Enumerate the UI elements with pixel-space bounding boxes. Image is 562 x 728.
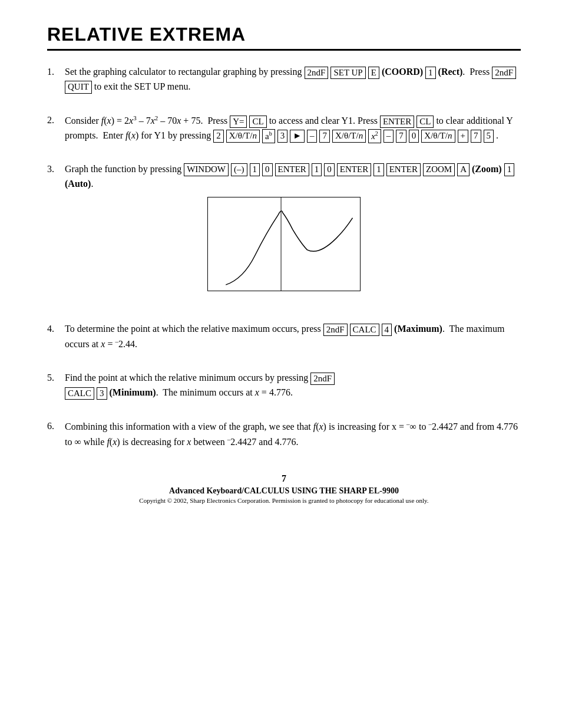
key-1a: 1 (425, 67, 436, 80)
step-1-num: 1. (47, 65, 65, 94)
key-xtheta-1: X/θ/T/n (226, 130, 260, 143)
step-4: 4. To determine the point at which the r… (47, 322, 521, 352)
key-7a: 7 (319, 130, 330, 143)
content: 1. Set the graphing calculator to rectan… (47, 65, 521, 450)
key-a: A (457, 163, 470, 176)
key-1c: 1 (312, 163, 322, 176)
title-underline (47, 49, 521, 51)
key-right-arrow: ► (290, 130, 305, 143)
key-calc-5: CALC (65, 387, 94, 400)
key-xtheta-2: X/θ/T/n (332, 130, 366, 143)
step-4-num: 4. (47, 322, 65, 352)
footer-page: 7 (47, 473, 521, 484)
step-5-num: 5. (47, 371, 65, 400)
key-window: WINDOW (184, 163, 229, 176)
key-quit: QUIT (65, 81, 92, 94)
step-6: 6. Combining this information with a vie… (47, 419, 521, 450)
key-enter-3: ENTER (337, 163, 371, 176)
rect-label: (Rect) (438, 67, 463, 77)
key-3b: 3 (97, 387, 107, 400)
auto-label: (Auto) (65, 179, 91, 189)
key-plus: + (458, 130, 468, 143)
key-neg: (–) (231, 163, 247, 176)
graph-container (47, 197, 521, 291)
footer: 7 Advanced Keyboard/CALCULUS USING THE S… (47, 473, 521, 504)
key-5: 5 (484, 130, 494, 143)
key-4: 4 (382, 324, 392, 337)
key-enter-1: ENTER (380, 116, 414, 129)
key-cl-2: CL (416, 116, 434, 129)
step-6-body: Combining this information with a view o… (65, 419, 521, 450)
key-enter-2: ENTER (275, 163, 309, 176)
key-enter-4: ENTER (386, 163, 421, 176)
key-ab: ab (262, 129, 275, 143)
step-1: 1. Set the graphing calculator to rectan… (47, 65, 521, 94)
key-2ndf-1: 2ndF (305, 67, 329, 80)
key-e: E (368, 67, 379, 80)
key-cl-1: CL (249, 116, 266, 129)
key-xtheta-3: X/θ/T/n (421, 130, 455, 143)
key-minus-2: – (384, 130, 394, 143)
key-0a: 0 (409, 130, 419, 143)
key-yeq: Y= (230, 116, 247, 129)
zoom-label: (Zoom) (472, 164, 502, 174)
key-1e: 1 (504, 163, 515, 176)
key-1d: 1 (373, 163, 384, 176)
key-2ndf-4: 2ndF (323, 324, 348, 337)
key-setup: SET UP (330, 67, 365, 80)
step-4-body: To determine the point at which the rela… (65, 322, 521, 352)
step-1-body: Set the graphing calculator to rectangul… (65, 65, 521, 94)
coord-label: (COORD) (382, 67, 423, 77)
key-calc-4: CALC (350, 324, 379, 337)
maximum-label: (Maximum) (394, 324, 442, 334)
step-6-num: 6. (47, 419, 65, 450)
step-3: 3. Graph the function by pressing WINDOW… (47, 162, 521, 304)
key-7c: 7 (471, 130, 481, 143)
key-1b: 1 (250, 163, 260, 176)
key-2ndf-2: 2ndF (492, 67, 516, 80)
func-name: f (101, 116, 104, 126)
key-0b: 0 (262, 163, 273, 176)
graph-svg (208, 197, 360, 291)
key-x2: x2 (368, 129, 381, 143)
graph-box (207, 197, 361, 291)
key-2: 2 (213, 130, 224, 143)
step-2: 2. Consider f(x) = 2x3 – 7x2 – 70x + 75.… (47, 113, 521, 143)
key-0c: 0 (324, 163, 335, 176)
key-7b: 7 (396, 130, 406, 143)
step-5: 5. Find the point at which the relative … (47, 371, 521, 400)
footer-title: Advanced Keyboard/CALCULUS USING THE SHA… (47, 486, 521, 496)
step-3-num: 3. (47, 162, 65, 192)
step-5-body: Find the point at which the relative min… (65, 371, 521, 400)
key-minus-1: – (307, 130, 318, 143)
step-2-body: Consider f(x) = 2x3 – 7x2 – 70x + 75. Pr… (65, 113, 521, 143)
step-2-num: 2. (47, 113, 65, 143)
footer-copyright: Copyright © 2002, Sharp Electronics Corp… (47, 497, 521, 504)
step-3-body: Graph the function by pressing WINDOW (–… (65, 162, 521, 192)
page-title: RELATIVE EXTREMA (47, 24, 521, 45)
key-zoom: ZOOM (423, 163, 455, 176)
key-2ndf-5: 2ndF (310, 373, 335, 386)
key-3: 3 (277, 130, 288, 143)
minimum-label: (Minimum) (110, 387, 156, 397)
